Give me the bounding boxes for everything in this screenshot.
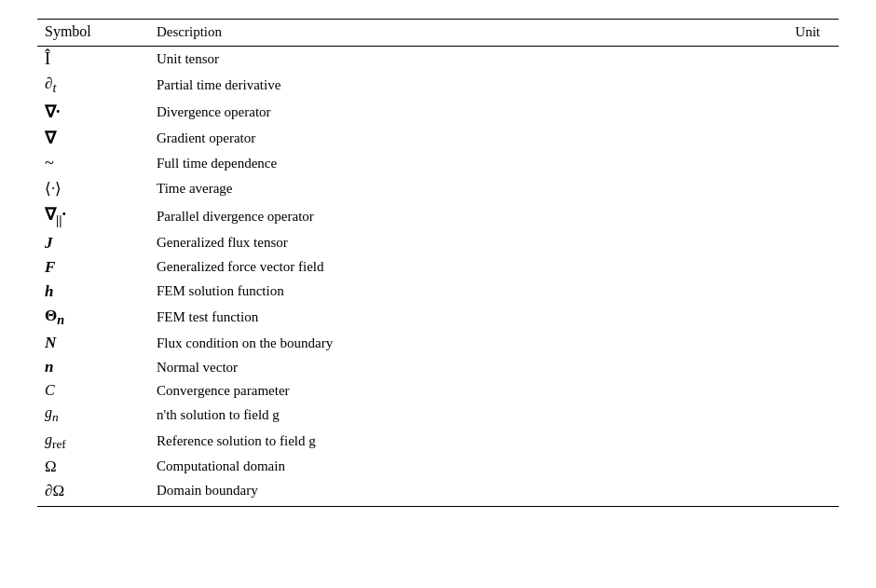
- unit-cell: [690, 304, 839, 331]
- table-row: hFEM solution function: [37, 280, 839, 304]
- table-row: ∂tPartial time derivative: [37, 72, 839, 99]
- table-row: ~Full time dependence: [37, 151, 839, 176]
- symbol-cell: Î: [37, 47, 149, 73]
- unit-cell: [690, 176, 839, 201]
- unit-cell: [690, 455, 839, 479]
- col-header-unit: Unit: [690, 20, 839, 47]
- symbol-text: J: [45, 234, 53, 252]
- description-cell: Flux condition on the boundary: [149, 331, 690, 355]
- unit-cell: [690, 255, 839, 280]
- table-row: CConvergence parameter: [37, 379, 839, 402]
- description-cell: Generalized force vector field: [149, 255, 690, 280]
- notation-table: Symbol Description Unit ÎUnit tensor∂tPa…: [37, 19, 839, 509]
- unit-cell: [690, 99, 839, 125]
- table-row: ∇Gradient operator: [37, 125, 839, 151]
- symbol-text: h: [45, 282, 53, 300]
- table-row: gnn'th solution to field g: [37, 402, 839, 428]
- unit-cell: [690, 402, 839, 428]
- table-row: FGeneralized force vector field: [37, 255, 839, 280]
- table-row: NFlux condition on the boundary: [37, 331, 839, 355]
- symbol-text: ~: [45, 156, 54, 171]
- symbol-cell: C: [37, 379, 149, 402]
- symbol-text: ∂t: [45, 75, 56, 92]
- description-cell: Generalized flux tensor: [149, 231, 690, 255]
- symbol-cell: ~: [37, 151, 149, 176]
- unit-cell: [690, 429, 839, 455]
- description-cell: Normal vector: [149, 355, 690, 379]
- unit-cell: [690, 47, 839, 73]
- unit-cell: [690, 201, 839, 231]
- symbol-cell: J: [37, 231, 149, 255]
- symbol-text: Î: [45, 51, 50, 67]
- table-row: JGeneralized flux tensor: [37, 231, 839, 255]
- unit-cell: [690, 379, 839, 402]
- symbol-text: Ω: [45, 458, 57, 475]
- table-footer-row: [37, 506, 839, 509]
- table-row: grefReference solution to field g: [37, 429, 839, 455]
- unit-cell: [690, 231, 839, 255]
- description-cell: Time average: [149, 176, 690, 201]
- table-row: nNormal vector: [37, 355, 839, 379]
- table-row: ΘnFEM test function: [37, 304, 839, 331]
- symbol-cell: N: [37, 331, 149, 355]
- description-cell: Unit tensor: [149, 47, 690, 73]
- table-row: ∂ΩDomain boundary: [37, 479, 839, 507]
- notation-table-container: Symbol Description Unit ÎUnit tensor∂tPa…: [37, 19, 839, 509]
- description-cell: FEM solution function: [149, 280, 690, 304]
- symbol-text: ⟨·⟩: [45, 180, 62, 198]
- description-cell: Gradient operator: [149, 125, 690, 151]
- table-row: ∇||·Parallel divergence operator: [37, 201, 839, 231]
- symbol-cell: gn: [37, 402, 149, 428]
- unit-cell: [690, 125, 839, 151]
- unit-cell: [690, 479, 839, 507]
- symbol-text: N: [45, 334, 56, 351]
- symbol-cell: gref: [37, 429, 149, 455]
- unit-cell: [690, 331, 839, 355]
- symbol-text: gn: [45, 404, 59, 420]
- description-cell: Domain boundary: [149, 479, 690, 507]
- symbol-cell: Θn: [37, 304, 149, 331]
- symbol-cell: n: [37, 355, 149, 379]
- table-row: ∇·Divergence operator: [37, 99, 839, 125]
- description-cell: Full time dependence: [149, 151, 690, 176]
- description-cell: n'th solution to field g: [149, 402, 690, 428]
- description-cell: Computational domain: [149, 455, 690, 479]
- description-cell: Parallel divergence operator: [149, 201, 690, 231]
- symbol-text: C: [45, 382, 55, 398]
- table-footer-line: [37, 506, 839, 509]
- symbol-text: ∇·: [45, 103, 61, 121]
- table-row: ΩComputational domain: [37, 455, 839, 479]
- symbol-cell: ⟨·⟩: [37, 176, 149, 201]
- col-header-description: Description: [149, 20, 690, 47]
- symbol-text: F: [45, 258, 55, 276]
- symbol-text: ∇: [45, 129, 56, 147]
- symbol-cell: ∂Ω: [37, 479, 149, 507]
- unit-cell: [690, 72, 839, 99]
- symbol-text: ∇||·: [45, 205, 66, 224]
- col-header-symbol: Symbol: [37, 20, 149, 47]
- description-cell: FEM test function: [149, 304, 690, 331]
- symbol-cell: ∇||·: [37, 201, 149, 231]
- unit-cell: [690, 151, 839, 176]
- symbol-cell: ∂t: [37, 72, 149, 99]
- symbol-cell: h: [37, 280, 149, 304]
- description-cell: Convergence parameter: [149, 379, 690, 402]
- table-row: ÎUnit tensor: [37, 47, 839, 73]
- symbol-text: ∂Ω: [45, 482, 64, 499]
- description-cell: Divergence operator: [149, 99, 690, 125]
- description-cell: Partial time derivative: [149, 72, 690, 99]
- unit-cell: [690, 280, 839, 304]
- description-cell: Reference solution to field g: [149, 429, 690, 455]
- symbol-text: gref: [45, 431, 66, 447]
- table-row: ⟨·⟩Time average: [37, 176, 839, 201]
- table-header-row: Symbol Description Unit: [37, 20, 839, 47]
- symbol-cell: Ω: [37, 455, 149, 479]
- symbol-text: n: [45, 358, 53, 376]
- symbol-cell: ∇: [37, 125, 149, 151]
- symbol-cell: ∇·: [37, 99, 149, 125]
- symbol-cell: F: [37, 255, 149, 280]
- unit-cell: [690, 355, 839, 379]
- symbol-text: Θn: [45, 307, 64, 324]
